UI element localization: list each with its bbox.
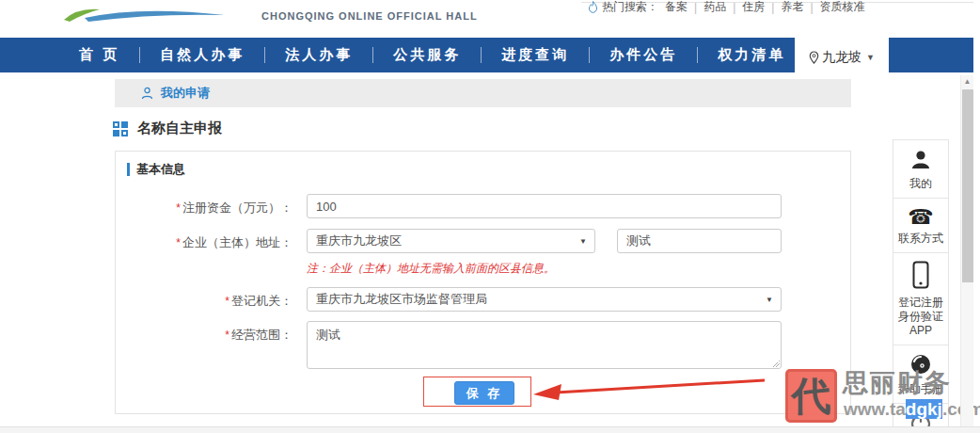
address-district-value: 重庆市九龙坡区 xyxy=(316,233,402,249)
required-mark: * xyxy=(225,295,229,308)
phone-icon: ☎ xyxy=(908,205,933,229)
registration-authority-select[interactable]: 重庆市九龙坡区市场监督管理局 ▼ xyxy=(307,287,782,312)
nav-separator xyxy=(589,47,590,63)
hot-search-item-4[interactable]: 资质核准 xyxy=(820,0,865,15)
required-mark: * xyxy=(176,236,181,249)
nav-item-natural-person[interactable]: 自然人办事 xyxy=(160,46,245,64)
breadcrumb-my-applications[interactable]: 我的申请 xyxy=(161,85,210,102)
page: CHONGQING ONLINE OFFICIAL HALL 热门搜索： 备案|… xyxy=(0,0,980,433)
breadcrumb-bar: 我的申请 xyxy=(115,79,851,107)
sidebar-item-contact[interactable]: ☎ 联系方式 xyxy=(893,199,949,253)
grid-icon xyxy=(113,121,128,136)
nav-separator xyxy=(264,47,265,63)
section-title: 基本信息 xyxy=(136,161,185,178)
section-accent-bar xyxy=(127,163,130,176)
separator: | xyxy=(771,1,774,14)
sidebar-item-help[interactable]: 帮助手册 xyxy=(893,345,949,404)
user-icon xyxy=(909,148,932,170)
select-caret-icon: ▼ xyxy=(579,237,587,246)
save-button[interactable]: 保 存 xyxy=(454,381,514,405)
nav-item-power-list[interactable]: 权力清单 xyxy=(718,46,785,64)
nav-item-public-service[interactable]: 公共服务 xyxy=(393,46,461,64)
nav-separator xyxy=(372,47,373,63)
scrollbar-thumb[interactable] xyxy=(962,89,973,282)
horizontal-scrollbar xyxy=(0,426,980,433)
section-header: 基本信息 xyxy=(127,161,185,178)
address-district-select[interactable]: 重庆市九龙坡区 ▼ xyxy=(307,229,595,253)
registration-authority-label: *登记机关： xyxy=(116,293,292,310)
chevron-down-icon: ▼ xyxy=(866,53,875,62)
nav-item-progress-query[interactable]: 进度查询 xyxy=(501,46,569,64)
address-detail-input[interactable] xyxy=(617,229,782,253)
resize-handle[interactable] xyxy=(772,360,781,368)
sidebar-item-id-app[interactable]: 登记注册身份验证APP xyxy=(893,253,949,345)
nav-item-legal-person[interactable]: 法人办事 xyxy=(285,46,353,64)
registered-capital-label: *注册资金（万元）： xyxy=(116,200,292,216)
sidebar-item-label: 联系方式 xyxy=(895,232,946,246)
disc-icon xyxy=(909,353,932,376)
location-pin-icon xyxy=(809,51,819,64)
address-label: *企业（主体）地址： xyxy=(116,234,292,251)
region-selector[interactable]: 九龙坡 ▼ xyxy=(795,38,889,77)
separator: | xyxy=(733,1,735,14)
nav-item-home[interactable]: 首 页 xyxy=(79,46,119,64)
hot-search-item-1[interactable]: 药品 xyxy=(703,0,726,15)
hot-search-item-2[interactable]: 住房 xyxy=(742,0,765,15)
floating-sidebar: 我的 ☎ 联系方式 登记注册身份验证APP 帮助手册 xyxy=(893,139,949,433)
business-scope-label: *经营范围： xyxy=(116,327,292,344)
scroll-up-arrow[interactable]: ▲ xyxy=(961,75,973,88)
address-note: 注：企业（主体）地址无需输入前面的区县信息。 xyxy=(307,261,555,277)
site-logo-icon[interactable] xyxy=(60,5,248,29)
nav-separator xyxy=(139,47,140,63)
sidebar-item-label: 我的 xyxy=(895,177,946,191)
required-mark: * xyxy=(176,201,181,215)
business-scope-textarea[interactable]: 测试 xyxy=(307,321,782,369)
nav-separator xyxy=(697,47,698,63)
hot-search-bar: 热门搜索： 备案| 药品| 住房| 养老| 资质核准 xyxy=(588,0,872,14)
separator: | xyxy=(694,1,697,14)
registration-authority-value: 重庆市九龙坡区市场监督管理局 xyxy=(316,291,487,308)
page-title: 名称自主申报 xyxy=(137,120,222,137)
nav-separator xyxy=(481,47,482,63)
select-caret-icon: ▼ xyxy=(766,296,773,304)
basic-info-panel: 基本信息 *注册资金（万元）： *企业（主体）地址： 重庆市九龙坡区 ▼ 注：企… xyxy=(115,151,851,414)
mobile-app-icon xyxy=(911,261,930,289)
required-mark: * xyxy=(225,329,229,342)
hot-search-item-3[interactable]: 养老 xyxy=(781,0,803,15)
sidebar-item-mine[interactable]: 我的 xyxy=(893,139,949,199)
registered-capital-input[interactable] xyxy=(307,194,782,218)
site-logo-text: CHONGQING ONLINE OFFICIAL HALL xyxy=(261,10,478,22)
hot-search-item-0[interactable]: 备案 xyxy=(665,0,688,15)
region-label: 九龙坡 xyxy=(822,49,861,66)
hot-search-label: 热门搜索： xyxy=(602,0,658,15)
user-outline-icon xyxy=(141,87,153,100)
sidebar-item-label: 登记注册身份验证APP xyxy=(895,296,946,338)
separator: | xyxy=(810,1,813,14)
top-header: CHONGQING ONLINE OFFICIAL HALL 热门搜索： 备案|… xyxy=(0,0,973,38)
page-title-row: 名称自主申报 xyxy=(113,120,222,137)
vertical-scrollbar[interactable]: ▲ xyxy=(960,75,973,427)
sidebar-item-label: 帮助手册 xyxy=(895,382,946,396)
flame-icon xyxy=(588,1,598,13)
nav-item-announcements[interactable]: 办件公告 xyxy=(609,46,677,64)
